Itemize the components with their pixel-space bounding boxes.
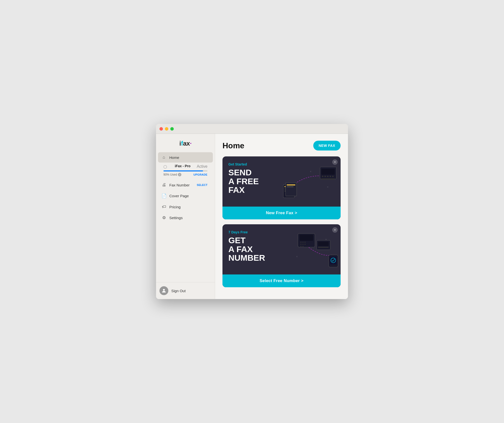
sidebar-item-label: Settings bbox=[169, 216, 209, 220]
usage-row: 90% Used i UPGRADE bbox=[163, 173, 207, 176]
upgrade-button[interactable]: UPGRADE bbox=[193, 173, 207, 176]
card-close-1[interactable]: × bbox=[332, 159, 338, 165]
get-fax-number-card: 7 Days Free GET A FAX NUMBER bbox=[222, 224, 341, 287]
send-free-fax-card: Get Started SEND A FREE FAX bbox=[222, 156, 341, 219]
ifaxpro-icon: ◯ bbox=[163, 165, 167, 168]
home-icon: ⌂ bbox=[161, 155, 166, 160]
card-content-2: 7 Days Free GET A FAX NUMBER bbox=[222, 224, 341, 262]
maximize-button[interactable] bbox=[170, 127, 174, 131]
nav-list: ⌂ Home ◯ iFax - Pro Active 90% Used bbox=[156, 152, 215, 282]
app-window: ifax· ⌂ Home ◯ iFax - Pro Active bbox=[156, 124, 348, 299]
account-section: ◯ iFax - Pro Active 90% Used i UPGRADE bbox=[158, 163, 213, 180]
info-icon[interactable]: i bbox=[178, 173, 181, 176]
sidebar-item-fax-number[interactable]: 🖨 Fax Number SELECT bbox=[158, 180, 213, 190]
card-inner-wrapper: Get Started SEND A FREE FAX bbox=[222, 156, 341, 206]
select-badge: SELECT bbox=[195, 183, 209, 187]
new-free-fax-button[interactable]: New Free Fax > bbox=[222, 207, 341, 219]
sidebar-item-label: Cover Page bbox=[169, 194, 209, 198]
card-close-2[interactable]: × bbox=[332, 227, 338, 233]
usage-text: 90% Used i bbox=[163, 173, 181, 176]
sidebar-item-label: Pricing bbox=[169, 205, 209, 209]
minimize-button[interactable] bbox=[165, 127, 168, 131]
sidebar-item-settings[interactable]: ⚙ Settings bbox=[158, 212, 213, 223]
sidebar-item-pricing[interactable]: 🏷 Pricing bbox=[158, 202, 213, 212]
titlebar bbox=[156, 124, 348, 134]
sidebar-item-home[interactable]: ⌂ Home bbox=[158, 152, 213, 163]
card-tagline-1: Get Started bbox=[228, 162, 335, 166]
sidebar-item-cover-page[interactable]: 📄 Cover Page bbox=[158, 191, 213, 201]
active-badge: Active bbox=[197, 164, 207, 169]
card-headline-1: SEND A FREE FAX bbox=[228, 168, 335, 195]
signout-label: Sign Out bbox=[171, 289, 186, 293]
sidebar-item-label: Fax Number bbox=[169, 183, 192, 187]
signout-area[interactable]: Sign Out bbox=[156, 282, 215, 299]
avatar bbox=[159, 286, 168, 295]
select-free-number-button[interactable]: Select Free Number > bbox=[222, 274, 341, 287]
cover-page-icon: 📄 bbox=[161, 193, 166, 198]
app-layout: ifax· ⌂ Home ◯ iFax - Pro Active bbox=[156, 134, 348, 299]
new-fax-button[interactable]: NEW FAX bbox=[313, 141, 341, 151]
svg-point-0 bbox=[163, 289, 165, 291]
sidebar: ifax· ⌂ Home ◯ iFax - Pro Active bbox=[156, 134, 215, 299]
logo-area: ifax· bbox=[156, 134, 215, 152]
card-tagline-2: 7 Days Free bbox=[228, 230, 335, 234]
page-title: Home bbox=[222, 141, 244, 150]
account-name: iFax - Pro bbox=[175, 164, 190, 168]
card-content-1: Get Started SEND A FREE FAX bbox=[222, 156, 341, 195]
close-button[interactable] bbox=[159, 127, 163, 131]
card-headline-2: GET A FAX NUMBER bbox=[228, 236, 335, 262]
top-bar: Home NEW FAX bbox=[222, 141, 341, 151]
sidebar-item-label: Home bbox=[169, 155, 209, 160]
settings-icon: ⚙ bbox=[161, 215, 166, 220]
logo: ifax· bbox=[179, 140, 192, 147]
card-inner-wrapper-2: 7 Days Free GET A FAX NUMBER bbox=[222, 224, 341, 273]
usage-bar bbox=[163, 170, 207, 171]
usage-bar-fill bbox=[163, 170, 203, 171]
main-content: Home NEW FAX Get Started SEND A FREE FAX bbox=[215, 134, 348, 299]
fax-number-icon: 🖨 bbox=[161, 182, 166, 187]
pricing-icon: 🏷 bbox=[161, 204, 166, 209]
